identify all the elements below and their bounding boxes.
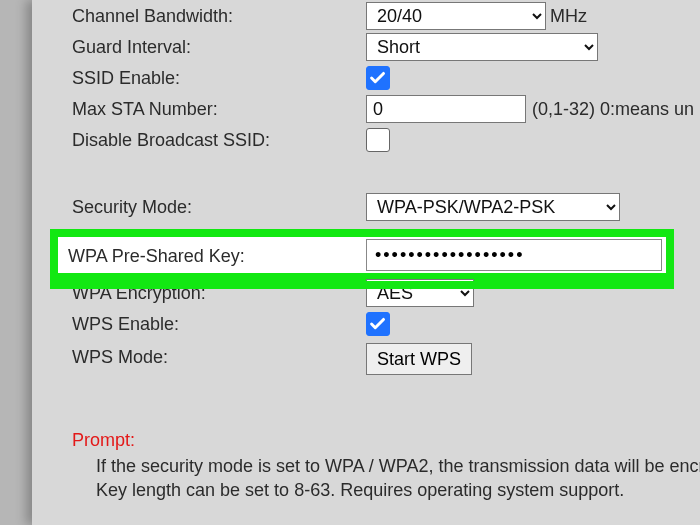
prompt-line1: If the security mode is set to WPA / WPA…: [96, 454, 700, 478]
channel-bandwidth-select[interactable]: 20/40: [366, 2, 546, 30]
security-mode-select[interactable]: WPA-PSK/WPA2-PSK: [366, 193, 620, 221]
wps-enable-checkbox[interactable]: [366, 312, 390, 336]
prompt-title: Prompt:: [72, 430, 135, 451]
guard-interval-select[interactable]: Short: [366, 33, 598, 61]
start-wps-button[interactable]: Start WPS: [366, 343, 472, 375]
disable-broadcast-checkbox[interactable]: [366, 128, 390, 152]
disable-broadcast-label: Disable Broadcast SSID:: [72, 130, 270, 151]
max-sta-hint: (0,1-32) 0:means un: [532, 99, 694, 120]
check-icon: [367, 67, 389, 89]
security-mode-label: Security Mode:: [72, 197, 192, 218]
wifi-settings-panel: Channel Bandwidth: 20/40 MHz Guard Inter…: [32, 0, 700, 525]
channel-bandwidth-label: Channel Bandwidth:: [72, 6, 233, 27]
check-icon: [367, 313, 389, 335]
wpa-psk-label: WPA Pre-Shared Key:: [68, 246, 245, 267]
max-sta-input[interactable]: [366, 95, 526, 123]
guard-interval-label: Guard Interval:: [72, 37, 191, 58]
ssid-enable-checkbox[interactable]: [366, 66, 390, 90]
wpa-psk-input[interactable]: [366, 239, 662, 271]
highlight-bottom-bar: [50, 281, 674, 289]
prompt-line2: Key length can be set to 8-63. Requires …: [96, 478, 624, 502]
max-sta-label: Max STA Number:: [72, 99, 218, 120]
wps-enable-label: WPS Enable:: [72, 314, 179, 335]
channel-bandwidth-unit: MHz: [550, 6, 587, 27]
ssid-enable-label: SSID Enable:: [72, 68, 180, 89]
wps-mode-label: WPS Mode:: [72, 347, 168, 368]
